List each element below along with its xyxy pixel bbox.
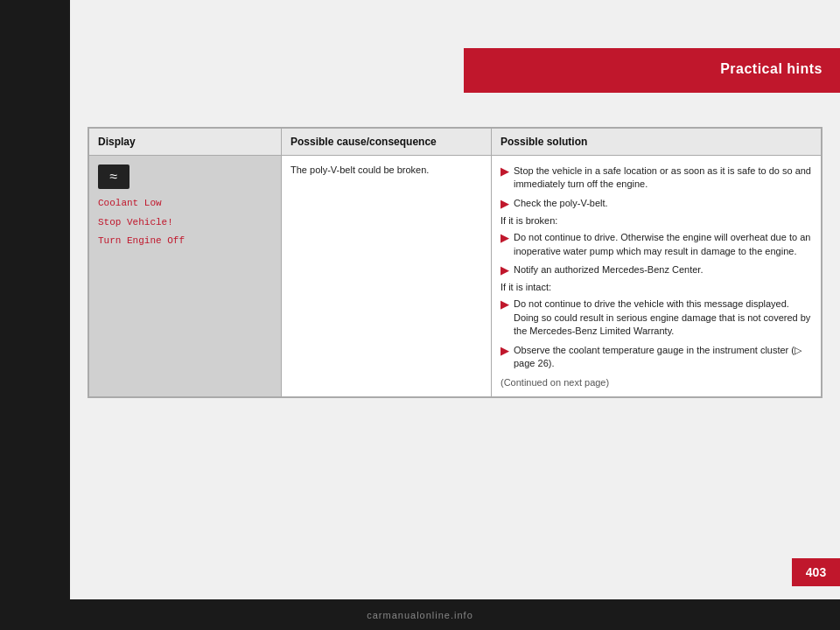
if-intact-label: If it is intact: xyxy=(500,282,812,292)
watermark-bar: carmanualonline.info xyxy=(0,599,840,630)
warning-thermometer-icon xyxy=(98,164,130,189)
page-title: Practical hints xyxy=(720,61,822,77)
bullet-arrow-5: ▶ xyxy=(500,298,508,311)
display-line-3: Turn Engine Off xyxy=(98,234,272,249)
display-inner: Coolant Low Stop Vehicle! Turn Engine Of… xyxy=(98,164,272,249)
page-number: 403 xyxy=(792,558,840,586)
bullet-arrow-1: ▶ xyxy=(500,165,508,178)
solution-text-2: Check the poly-V-belt. xyxy=(514,197,608,210)
watermark-text: carmanualonline.info xyxy=(367,610,473,620)
col-header-solution: Possible solution xyxy=(492,129,822,156)
solution-text-1: Stop the vehicle in a safe location or a… xyxy=(514,164,812,192)
col-header-cause: Possible cause/consequence xyxy=(282,129,492,156)
solution-text-5: Do not continue to drive the vehicle wit… xyxy=(514,298,812,338)
solution-text-3: Do not continue to drive. Otherwise the … xyxy=(514,231,812,258)
solution-text-6: Observe the coolant temperature gauge in… xyxy=(514,344,812,371)
bullet-arrow-4: ▶ xyxy=(500,264,508,276)
solution-item-6: ▶ Observe the coolant temperature gauge … xyxy=(500,344,812,371)
header-bar: Practical hints xyxy=(464,48,840,90)
bullet-arrow-2: ▶ xyxy=(500,198,508,210)
left-sidebar xyxy=(0,0,70,630)
header-underline xyxy=(464,90,840,93)
display-line-2: Stop Vehicle! xyxy=(98,215,272,231)
if-broken-label: If it is broken: xyxy=(500,215,812,226)
table-row: Coolant Low Stop Vehicle! Turn Engine Of… xyxy=(89,156,822,397)
solution-item-1: ▶ Stop the vehicle in a safe location or… xyxy=(500,164,812,192)
solution-item-3: ▶ Do not continue to drive. Otherwise th… xyxy=(500,231,812,258)
display-line-1: Coolant Low xyxy=(98,196,272,212)
display-cell: Coolant Low Stop Vehicle! Turn Engine Of… xyxy=(89,156,282,397)
main-table: Display Possible cause/consequence Possi… xyxy=(88,127,822,398)
solution-cell: ▶ Stop the vehicle in a safe location or… xyxy=(492,156,822,397)
bullet-arrow-3: ▶ xyxy=(500,232,508,244)
solution-item-5: ▶ Do not continue to drive the vehicle w… xyxy=(500,298,812,338)
solution-item-2: ▶ Check the poly-V-belt. xyxy=(500,197,812,210)
solution-text-4: Notify an authorized Mercedes-Benz Cente… xyxy=(514,263,703,276)
bullet-arrow-6: ▶ xyxy=(500,345,508,357)
solution-item-4: ▶ Notify an authorized Mercedes-Benz Cen… xyxy=(500,263,812,276)
col-header-display: Display xyxy=(89,129,282,156)
page-content: Practical hints Coolant Display Possible… xyxy=(70,0,840,630)
cause-text: The poly-V-belt could be broken. xyxy=(290,164,429,175)
continued-text: (Continued on next page) xyxy=(500,377,812,388)
cause-cell: The poly-V-belt could be broken. xyxy=(282,156,492,397)
